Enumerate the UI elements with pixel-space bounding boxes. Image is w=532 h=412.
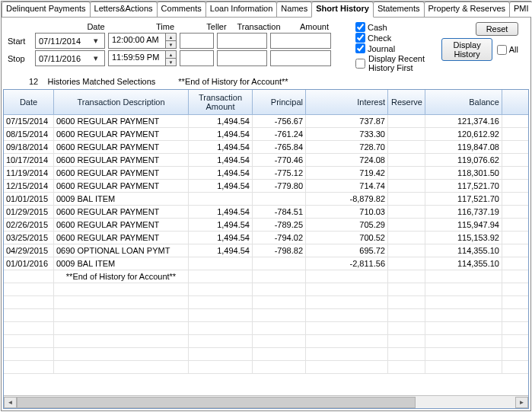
cell-reserve (388, 270, 425, 283)
spin-up-icon[interactable]: ▲ (166, 51, 176, 59)
tab-statements[interactable]: Statements (373, 2, 425, 17)
start-date-value: 07/11/2014 (39, 37, 81, 46)
table-row[interactable]: 11/19/20140600 REGULAR PAYMENT1,494.54-7… (4, 167, 528, 180)
cell-description: 0600 REGULAR PAYMENT (54, 141, 189, 153)
empty-row (4, 309, 528, 322)
journal-checkbox[interactable]: Journal (355, 43, 441, 53)
cell-empty (54, 348, 189, 360)
cell-balance: 115,947.94 (425, 219, 502, 231)
tab-letters-actions[interactable]: Letters&Actions (90, 2, 158, 17)
col-reserve[interactable]: Reserve (388, 90, 425, 114)
empty-row (4, 335, 528, 348)
cell-empty (253, 296, 306, 308)
cell-spacer (502, 257, 513, 270)
display-history-button[interactable]: Display History (441, 38, 492, 61)
history-table: Date Transaction Description Transaction… (3, 89, 529, 409)
table-row[interactable]: 04/29/20150690 OPTIONAL LOAN PYMT1,494.5… (4, 244, 528, 257)
table-row[interactable]: 02/26/20150600 REGULAR PAYMENT1,494.54-7… (4, 219, 528, 232)
start-teller-input[interactable] (180, 33, 214, 49)
cell-description: 0600 REGULAR PAYMENT (54, 232, 189, 244)
scroll-left-icon[interactable]: ◄ (4, 397, 17, 408)
tab-loan-information[interactable]: Loan Information (205, 2, 278, 17)
cell-interest: -2,811.56 (306, 257, 388, 270)
start-transaction-input[interactable] (217, 33, 267, 49)
reset-button[interactable]: Reset (476, 22, 518, 36)
table-row[interactable]: 10/17/20140600 REGULAR PAYMENT1,494.54-7… (4, 154, 528, 167)
col-balance[interactable]: Balance (425, 90, 502, 114)
cell-empty (425, 335, 502, 347)
col-description[interactable]: Transaction Description (54, 90, 189, 114)
table-body[interactable]: 07/15/20140600 REGULAR PAYMENT1,494.54-7… (4, 115, 528, 395)
horizontal-scrollbar[interactable]: ◄ ► (4, 395, 528, 408)
cell-date: 09/18/2014 (4, 141, 54, 153)
spin-down-icon[interactable]: ▼ (166, 59, 176, 65)
start-date-select[interactable]: 07/11/2014 ▾ (35, 33, 105, 49)
header-transaction: Transaction (234, 22, 284, 31)
cell-empty (306, 361, 388, 373)
col-date[interactable]: Date (4, 90, 54, 114)
cell-spacer (502, 154, 513, 166)
spin-down-icon[interactable]: ▼ (166, 41, 176, 48)
cell-interest: 695.72 (306, 244, 388, 257)
recent-checkbox[interactable]: Display Recent History First (355, 54, 441, 72)
cell-empty (502, 361, 513, 373)
col-principal[interactable]: Principal (253, 90, 306, 114)
cell-empty (253, 348, 306, 360)
cell-balance: 117,521.70 (425, 193, 502, 205)
tab-delinquent-payments[interactable]: Delinquent Payments (2, 2, 91, 17)
stop-date-select[interactable]: 07/11/2016 ▾ (35, 50, 105, 66)
cell-empty (306, 296, 388, 308)
table-row[interactable]: 01/01/20160009 BAL ITEM-2,811.56114,355.… (4, 257, 528, 270)
cell-empty (388, 309, 425, 321)
cell-empty (502, 283, 513, 295)
cell-empty (189, 335, 253, 347)
table-row[interactable]: 01/29/20150600 REGULAR PAYMENT1,494.54-7… (4, 206, 528, 219)
scroll-thumb[interactable] (17, 397, 416, 408)
table-row[interactable]: 12/15/20140600 REGULAR PAYMENT1,494.54-7… (4, 180, 528, 193)
cell-balance: 119,076.62 (425, 154, 502, 166)
stop-amount-input[interactable] (270, 50, 331, 66)
cell-empty (4, 283, 54, 295)
table-row[interactable]: 08/15/20140600 REGULAR PAYMENT1,494.54-7… (4, 128, 528, 141)
cell-reserve (388, 206, 425, 218)
cell-date: 10/17/2014 (4, 154, 54, 166)
cell-principal: -798.82 (253, 244, 306, 257)
stop-teller-input[interactable] (180, 50, 214, 66)
cell-transaction-amount (189, 270, 253, 283)
cell-empty (54, 296, 189, 308)
tab-short-history[interactable]: Short History (311, 2, 374, 18)
table-row[interactable]: 01/01/20150009 BAL ITEM-8,879.82117,521.… (4, 193, 528, 206)
cell-empty (425, 296, 502, 308)
scroll-right-icon[interactable]: ► (515, 397, 528, 408)
cell-interest: 733.30 (306, 128, 388, 140)
tab-names[interactable]: Names (276, 2, 312, 17)
tab-property-reserves[interactable]: Property & Reserves (424, 2, 510, 17)
check-checkbox[interactable]: Check (355, 33, 441, 43)
stop-time-spinner[interactable]: 11:59:59 PM ▲ ▼ (108, 50, 177, 66)
cell-empty (388, 322, 425, 334)
table-row[interactable]: 09/18/20140600 REGULAR PAYMENT1,494.54-7… (4, 141, 528, 154)
cash-checkbox[interactable]: Cash (355, 22, 441, 32)
spin-up-icon[interactable]: ▲ (166, 34, 176, 41)
all-checkbox[interactable]: All (497, 45, 518, 55)
check-label: Check (368, 34, 391, 43)
cell-transaction-amount: 1,494.54 (189, 219, 253, 231)
stop-transaction-input[interactable] (217, 50, 267, 66)
table-row[interactable]: 03/25/20150600 REGULAR PAYMENT1,494.54-7… (4, 232, 528, 244)
tab-pmi[interactable]: PMI (509, 2, 532, 17)
col-transaction-amount[interactable]: Transaction Amount (189, 90, 253, 114)
empty-row (4, 283, 528, 296)
cell-empty (189, 283, 253, 295)
cell-principal: -756.67 (253, 115, 306, 127)
start-amount-input[interactable] (270, 33, 331, 49)
cell-description: 0009 BAL ITEM (54, 193, 189, 205)
col-interest[interactable]: Interest (306, 90, 388, 114)
table-row[interactable]: 07/15/20140600 REGULAR PAYMENT1,494.54-7… (4, 115, 528, 128)
start-time-spinner[interactable]: 12:00:00 AM ▲ ▼ (108, 33, 177, 49)
cell-empty (502, 322, 513, 334)
tab-comments[interactable]: Comments (157, 2, 206, 17)
scroll-track[interactable] (17, 397, 515, 408)
filter-panel: Date Time Teller Transaction Amount Star… (2, 18, 530, 75)
cell-empty (54, 283, 189, 295)
stop-label: Stop (8, 54, 32, 63)
